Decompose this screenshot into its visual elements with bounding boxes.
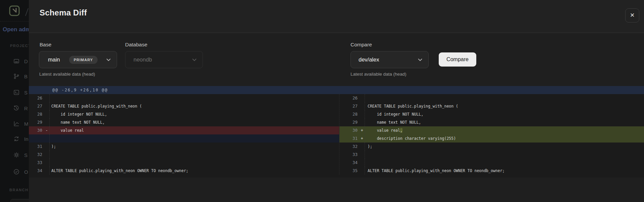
breadcrumb-slash (25, 8, 29, 16)
sidebar-item-integrations[interactable]: In (13, 135, 29, 143)
close-icon[interactable]: ✕ (625, 8, 639, 23)
chevron-down-icon (192, 58, 197, 61)
code-text: id integer NOT NULL, (365, 110, 423, 118)
line-number: 30 (339, 126, 358, 134)
code-text: value real, (365, 126, 402, 134)
open-admin-link[interactable]: Open admi (3, 26, 29, 33)
diff-line: 32 (29, 151, 339, 159)
diff-gutter: 30- (29, 126, 49, 134)
restore-icon (13, 105, 19, 111)
line-number: 34 (339, 159, 358, 167)
diff-marker: + (360, 134, 364, 143)
code-text: name text NOT NULL, (49, 118, 105, 126)
code-text (49, 134, 51, 143)
neon-logo (9, 5, 20, 16)
diff-line: 26 (339, 94, 644, 102)
base-label: Base (40, 42, 51, 48)
diff-line: 33 (339, 151, 644, 159)
diff-line: 34ALTER TABLE public.playing_with_neon O… (29, 167, 339, 175)
line-number: 32 (29, 151, 42, 159)
sidebar-item-operations[interactable]: O (13, 168, 29, 176)
sidebar-item-label: O (24, 169, 28, 175)
line-number: 26 (29, 94, 42, 102)
diff-line: 32); (339, 143, 644, 151)
monitoring-icon (13, 121, 19, 127)
diff-gutter: 26 (29, 94, 49, 102)
sidebar-item-label: S (24, 152, 28, 158)
code-text: id integer NOT NULL, (49, 110, 107, 118)
settings-icon (13, 152, 19, 158)
code-text: ALTER TABLE public.playing_with_neon OWN… (49, 167, 189, 175)
diff-line: 31+ description character varying(255) (339, 134, 644, 143)
compare-branch-select[interactable]: dev/alex (351, 51, 429, 68)
diff-line: 31); (29, 143, 339, 151)
diff-line: 27CREATE TABLE public.playing_with_neon … (29, 102, 339, 110)
line-number: 31 (29, 143, 42, 151)
code-text: ); (49, 143, 56, 151)
inline-diff-highlight: , (400, 128, 402, 133)
compare-branch-value: dev/alex (359, 56, 379, 63)
sidebar-item-branches[interactable]: B (13, 72, 29, 80)
line-number: 31 (339, 134, 358, 143)
diff-gutter: 29 (339, 118, 365, 126)
diff-viewer: @@ -26,9 +26,10 @@ 2627CREATE TABLE publ… (29, 86, 644, 177)
code-text (49, 151, 51, 159)
code-text (49, 159, 51, 167)
sidebar-item-settings[interactable]: S (13, 151, 29, 159)
line-number: 26 (339, 94, 358, 102)
chevron-down-icon (106, 58, 111, 61)
compare-hint: Latest available data (head) (351, 72, 407, 77)
chevron-down-icon (418, 58, 422, 61)
line-number: 34 (29, 167, 42, 175)
diff-gutter (29, 134, 49, 143)
code-text (49, 94, 51, 102)
modal-title: Schema Diff (40, 8, 87, 17)
compare-button[interactable]: Compare (439, 52, 476, 67)
sidebar-item-label: M (24, 121, 29, 127)
diff-gutter: 33 (339, 151, 365, 159)
diff-gutter: 30+ (339, 126, 365, 134)
diff-line: 35ALTER TABLE public.playing_with_neon O… (339, 167, 644, 175)
line-number: 27 (29, 102, 42, 110)
dashboard-icon (13, 58, 19, 64)
branches-icon (13, 73, 19, 79)
project-section-label: PROJECT (10, 44, 30, 48)
sidebar-item-sql-editor[interactable]: S (13, 88, 29, 96)
diff-marker: - (44, 126, 49, 134)
compare-label: Compare (351, 42, 372, 48)
sidebar: Open admi PROJECT DBSRMInSO BRANCH (0, 0, 29, 202)
code-text (365, 151, 368, 159)
diff-marker: + (360, 126, 364, 134)
sidebar-item-label: S (24, 90, 28, 95)
sidebar-divider (0, 21, 29, 22)
sidebar-item-label: B (24, 74, 28, 79)
line-number: 28 (29, 110, 42, 118)
diff-pane-base: 2627CREATE TABLE public.playing_with_neo… (29, 94, 339, 175)
diff-gutter: 32 (339, 143, 365, 151)
diff-gutter: 34 (29, 167, 49, 175)
line-number: 29 (339, 118, 358, 126)
base-branch-select[interactable]: main PRIMARY (39, 51, 117, 68)
line-number: 35 (339, 167, 358, 175)
schema-diff-modal: Schema Diff ✕ Base Database Compare main… (29, 0, 644, 202)
code-text (365, 94, 368, 102)
database-label: Database (125, 42, 147, 48)
diff-gutter: 28 (339, 110, 365, 118)
sidebar-item-restore[interactable]: R (13, 104, 29, 112)
diff-gutter: 26 (339, 94, 365, 102)
line-number: 33 (29, 159, 42, 167)
diff-line: 30+ value real, (339, 126, 644, 134)
diff-gutter: 35 (339, 167, 365, 175)
diff-pane-compare: 2627CREATE TABLE public.playing_with_neo… (339, 94, 644, 175)
diff-line: 29 name text NOT NULL, (339, 118, 644, 126)
diff-line (29, 134, 339, 143)
diff-gutter: 28 (29, 110, 49, 118)
diff-gutter: 31+ (339, 134, 365, 143)
hunk-header: @@ -26,9 +26,10 @@ (29, 86, 644, 94)
sidebar-item-dashboard[interactable]: D (13, 57, 29, 65)
sidebar-item-monitoring[interactable]: M (13, 120, 29, 128)
line-number: 33 (339, 151, 358, 159)
code-text: ); (365, 143, 372, 151)
code-text: CREATE TABLE public.playing_with_neon ( (365, 102, 458, 110)
base-branch-value: main (48, 56, 60, 63)
